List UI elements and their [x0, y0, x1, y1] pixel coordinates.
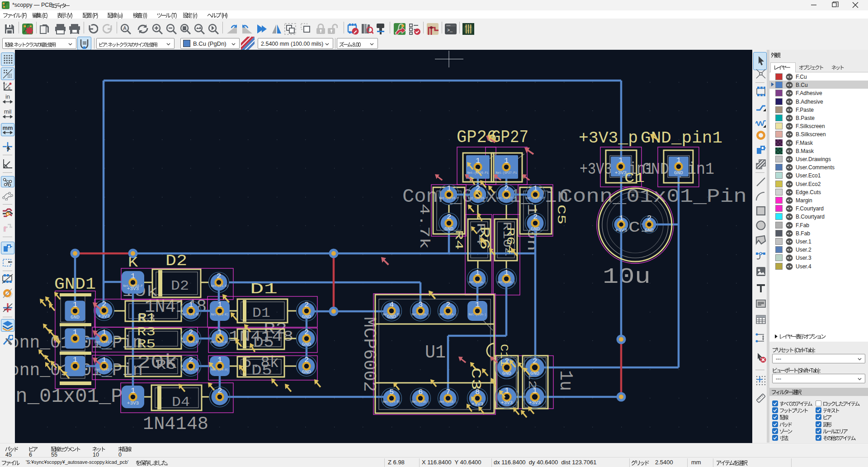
svg-text:1u: 1u	[555, 370, 576, 391]
svg-text:1: 1	[504, 157, 509, 165]
svg-text:Net-(D5-K): Net-(D5-K)	[182, 368, 199, 372]
svg-text:GND: GND	[302, 314, 311, 319]
svg-text:Net-(D1-R): Net-(D1-R)	[382, 313, 400, 316]
svg-text:mm: mm	[3, 125, 13, 131]
svg-text:1: 1	[131, 272, 135, 281]
svg-text:Net-(D4-R): Net-(D4-R)	[382, 400, 400, 404]
svg-text:Net-(U1A-): Net-(U1A-)	[468, 281, 486, 284]
svg-text:θ: θ	[8, 86, 10, 91]
svg-text:1: 1	[475, 268, 480, 277]
svg-text:2: 2	[504, 184, 509, 193]
svg-text:K: K	[128, 254, 138, 271]
svg-text:Net-(GP27-P: Net-(GP27-P	[526, 197, 545, 200]
svg-text:1: 1	[447, 184, 451, 193]
svg-text:C1: C1	[624, 171, 645, 186]
svg-text:+3V3: +3V3	[98, 314, 110, 319]
svg-text:2: 2	[647, 214, 651, 223]
svg-text:GND: GND	[302, 369, 311, 375]
svg-text:4.7k: 4.7k	[416, 204, 432, 249]
svg-text:1: 1	[475, 300, 480, 309]
svg-text:2: 2	[304, 328, 309, 337]
svg-text:Net-(GP26-P: Net-(GP26-P	[468, 197, 488, 200]
svg-text:r: r	[5, 82, 7, 86]
svg-text:D1: D1	[250, 281, 278, 298]
svg-text:2: 2	[447, 213, 451, 221]
svg-text:R5: R5	[137, 338, 156, 351]
svg-text:1: 1	[504, 268, 509, 277]
svg-text:Net-(GP26-P: Net-(GP26-P	[123, 285, 143, 288]
svg-text:C11: C11	[498, 344, 510, 367]
svg-text:+3V3: +3V3	[472, 401, 483, 407]
svg-text:+3V3: +3V3	[529, 400, 541, 405]
svg-text:1: 1	[131, 386, 135, 395]
svg-text:1: 1	[533, 386, 537, 395]
svg-text:Net-(U1B-): Net-(U1B-)	[497, 281, 515, 284]
svg-text:C5: C5	[554, 205, 568, 224]
svg-text:1N4148: 1N4148	[143, 414, 208, 434]
svg-text:Net-(D1-R): Net-(D1-R)	[182, 313, 199, 316]
svg-text:+3V3: +3V3	[127, 400, 139, 406]
svg-text:GND: GND	[531, 226, 540, 232]
svg-text:GND: GND	[530, 371, 539, 376]
svg-text:3: 3	[418, 300, 423, 309]
svg-text:1: 1	[73, 300, 77, 309]
svg-text:A: A	[123, 25, 127, 31]
svg-text:1: 1	[73, 356, 77, 364]
svg-text:2: 2	[217, 272, 221, 281]
svg-text:GND: GND	[645, 228, 654, 233]
svg-text:2: 2	[533, 357, 537, 366]
svg-text:GND1: GND1	[54, 275, 96, 294]
svg-text:GND: GND	[302, 342, 311, 347]
svg-text:+3V3: +3V3	[501, 400, 513, 405]
svg-text:R3: R3	[137, 325, 156, 339]
svg-text:1: 1	[533, 184, 538, 193]
svg-text:Net-(D#2-P: Net-(D#2-P	[95, 368, 113, 372]
svg-text:GND: GND	[71, 315, 80, 320]
svg-text:MCP6002: MCP6002	[359, 317, 379, 392]
svg-text:D2: D2	[165, 252, 187, 270]
svg-text:mil: mil	[4, 108, 12, 115]
svg-text:R6: R6	[476, 226, 492, 250]
svg-text:GND: GND	[674, 170, 683, 176]
svg-text:>_: >_	[447, 28, 453, 33]
svg-text:Net-(D5-A): Net-(D5-A)	[211, 341, 228, 344]
svg-text:2: 2	[533, 213, 538, 221]
svg-text:1: 1	[102, 328, 106, 337]
svg-text:1: 1	[619, 214, 623, 223]
svg-text:7: 7	[446, 388, 450, 396]
svg-text:Net-(GP26-Pi: Net-(GP26-Pi	[467, 172, 489, 175]
svg-text:GP27: GP27	[491, 128, 528, 147]
svg-text:+3V3: +3V3	[615, 228, 627, 233]
svg-text:Net-(U1A-): Net-(U1A-)	[468, 313, 486, 316]
svg-text:+3V3_p: +3V3_p	[579, 129, 638, 148]
svg-text:10u: 10u	[603, 265, 651, 289]
svg-text:2: 2	[304, 356, 309, 364]
svg-text:Net-(D5-K): Net-(D5-K)	[182, 341, 199, 344]
svg-text:1: 1	[102, 356, 106, 364]
svg-text:1: 1	[618, 156, 623, 165]
svg-text:Net-(GP26-P: Net-(GP26-P	[439, 197, 459, 200]
svg-text:Net-(D#1-P: Net-(D#1-P	[95, 341, 113, 344]
svg-text:Net-(U1A-): Net-(U1A-)	[411, 313, 429, 316]
svg-text:GND: GND	[502, 371, 511, 376]
svg-text:2: 2	[217, 386, 222, 395]
svg-text:Net-(GP27-P: Net-(GP27-P	[497, 197, 516, 200]
svg-text:6: 6	[418, 388, 423, 396]
svg-text:1: 1	[73, 328, 77, 337]
svg-text:R5: R5	[156, 357, 176, 373]
svg-text:in: in	[5, 93, 10, 100]
svg-text:D1: D1	[252, 305, 270, 321]
svg-text:Net-(D1-K): Net-(D1-K)	[211, 313, 228, 316]
svg-text:R4: R4	[453, 230, 465, 250]
svg-text:Net-(U1B-): Net-(U1B-)	[411, 400, 429, 404]
svg-text:Net-(U1B-): Net-(U1B-)	[439, 400, 457, 404]
svg-text:1: 1	[189, 300, 193, 309]
svg-text:2: 2	[102, 300, 106, 309]
svg-text:C3: C3	[468, 367, 483, 390]
svg-text:Net-(D4-A): Net-(D4-A)	[211, 368, 228, 372]
svg-text:2: 2	[304, 300, 309, 309]
svg-text:1: 1	[505, 386, 509, 395]
svg-text:2: 2	[189, 356, 193, 364]
svg-text:D5: D5	[253, 334, 274, 351]
svg-text:4: 4	[389, 300, 394, 309]
